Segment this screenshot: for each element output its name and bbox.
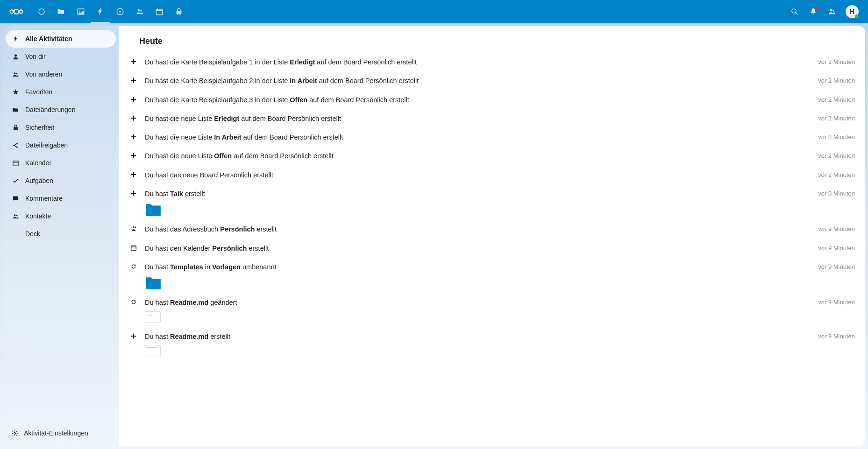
search-icon[interactable] (790, 7, 800, 17)
sidebar-item-label: Von dir (25, 53, 46, 60)
star-icon (11, 89, 20, 96)
share-icon (11, 142, 20, 149)
sidebar-item-kalender[interactable]: Kalender (6, 154, 116, 172)
sidebar-item-von-dir[interactable]: Von dir (6, 48, 116, 65)
plus-icon (129, 332, 138, 339)
activity-text: Du hast die Karte Beispielaufgabe 1 in d… (145, 57, 811, 67)
activity-row[interactable]: Du hast die Karte Beispielaufgabe 1 in d… (129, 53, 855, 71)
sidebar-item-label: Dateifreigaben (25, 141, 68, 149)
sidebar: Alle AktivitätenVon dirVon anderenFavori… (3, 26, 119, 446)
activity-time: vor 9 Minuten (818, 262, 855, 270)
sidebar-item-dateifreigaben[interactable]: Dateifreigaben (6, 136, 116, 154)
sync-icon (129, 262, 138, 270)
lock-icon (11, 124, 20, 131)
user-avatar[interactable]: H (846, 5, 859, 18)
sidebar-item-label: Kommentare (25, 195, 63, 202)
activity-row[interactable]: Du hast die Karte Beispielaufgabe 2 in d… (129, 71, 855, 90)
sidebar-item-alle-aktivitäten[interactable]: Alle Aktivitäten (6, 30, 116, 48)
sidebar-item-sicherheit[interactable]: Sicherheit (6, 119, 116, 136)
gear-icon (11, 430, 18, 437)
activity-time: vor 2 Minuten (818, 57, 855, 65)
plus-icon (129, 170, 138, 178)
activity-time: vor 9 Minuten (818, 244, 855, 252)
nav-dashboard[interactable] (32, 0, 51, 23)
activity-text: Du hast das neue Board Persönlich erstel… (145, 170, 811, 180)
activity-text: Du hast die neue Liste Erledigt auf dem … (145, 114, 811, 123)
activity-text: Du hast den Kalender Persönlich erstellt (145, 244, 811, 253)
calendar-icon (11, 160, 20, 167)
nextcloud-logo[interactable] (5, 6, 28, 17)
activity-row[interactable]: Du hast die neue Liste Offen auf dem Boa… (129, 147, 855, 165)
activity-time: vor 2 Minuten (818, 95, 855, 103)
nav-passwords[interactable] (169, 0, 189, 23)
activity-time: vor 9 Minuten (818, 224, 855, 232)
sidebar-item-aufgaben[interactable]: Aufgaben (6, 172, 116, 189)
file-thumb (145, 345, 161, 356)
activity-text: Du hast die neue Liste Offen auf dem Boa… (145, 151, 811, 161)
sidebar-item-deck[interactable]: Deck (6, 225, 116, 243)
activity-time: vor 9 Minuten (818, 332, 855, 340)
plus-icon (129, 76, 138, 84)
nav-activity[interactable] (91, 0, 110, 23)
sidebar-item-label: Sicherheit (25, 124, 54, 131)
nav-contacts[interactable] (130, 0, 149, 23)
sidebar-item-label: Alle Aktivitäten (25, 35, 72, 42)
folder-thumb (145, 202, 162, 215)
activity-row[interactable]: Du hast Readme.md erstelltvor 9 Minuten (129, 327, 855, 361)
activity-text: Du hast Readme.md erstellt (145, 332, 811, 356)
activity-row[interactable]: Du hast die neue Liste In Arbeit auf dem… (129, 128, 855, 147)
activity-row[interactable]: Du hast den Kalender Persönlich erstellt… (129, 239, 855, 258)
plus-icon (129, 114, 138, 121)
sidebar-item-label: Aufgaben (25, 177, 53, 184)
calendar-icon (129, 244, 138, 251)
activity-text: Du hast Readme.md geändert (145, 298, 811, 322)
contacts-menu-icon[interactable] (827, 7, 837, 17)
users-icon (11, 71, 20, 78)
file-thumb (145, 311, 161, 323)
sidebar-item-label: Dateiänderungen (25, 106, 75, 113)
plus-icon (129, 189, 138, 196)
user-icon (11, 53, 20, 60)
activity-time: vor 2 Minuten (818, 114, 855, 122)
sidebar-item-von-anderen[interactable]: Von anderen (6, 65, 116, 83)
bolt-icon (11, 35, 20, 42)
sidebar-item-label: Von anderen (25, 70, 62, 78)
activity-row[interactable]: Du hast das neue Board Persönlich erstel… (129, 166, 855, 184)
settings-label: Aktivität-Einstellungen (24, 429, 88, 437)
activity-row[interactable]: Du hast Talk erstelltvor 9 Minuten (129, 184, 855, 220)
nav-photos[interactable] (71, 0, 91, 23)
activity-text: Du hast die Karte Beispielaufgabe 3 in d… (145, 95, 811, 105)
nav-talk[interactable] (110, 0, 130, 23)
activity-text: Du hast Talk erstellt (145, 189, 811, 215)
comment-icon (11, 195, 20, 202)
sidebar-item-label: Deck (25, 230, 40, 238)
top-bar: H (0, 0, 868, 23)
activity-settings-link[interactable]: Aktivität-Einstellungen (6, 424, 116, 442)
plus-icon (129, 133, 138, 140)
folder-thumb (145, 275, 162, 288)
notifications-icon[interactable] (808, 7, 818, 17)
sidebar-item-kontakte[interactable]: Kontakte (6, 207, 116, 225)
activity-row[interactable]: Du hast die Karte Beispielaufgabe 3 in d… (129, 91, 855, 109)
sidebar-item-favoriten[interactable]: Favoriten (6, 83, 116, 101)
check-icon (11, 177, 20, 184)
sidebar-item-kommentare[interactable]: Kommentare (6, 189, 116, 207)
plus-icon (129, 151, 138, 159)
avatar-initial: H (850, 8, 854, 15)
activity-row[interactable]: Du hast die neue Liste Erledigt auf dem … (129, 109, 855, 128)
activity-text: Du hast das Adressbuch Persönlich erstel… (145, 224, 811, 234)
folder-icon (11, 106, 20, 113)
activity-row[interactable]: Du hast Readme.md geändertvor 9 Minuten (129, 293, 855, 327)
activity-row[interactable]: Du hast Templates in Vorlagen umbenanntv… (129, 258, 855, 293)
activity-row[interactable]: Du hast das Adressbuch Persönlich erstel… (129, 220, 855, 239)
activity-time: vor 9 Minuten (818, 298, 855, 306)
nav-calendar[interactable] (149, 0, 169, 23)
activity-time: vor 2 Minuten (818, 151, 855, 159)
sidebar-item-label: Favoriten (25, 88, 52, 96)
nav-files[interactable] (51, 0, 71, 23)
sidebar-item-label: Kontakte (25, 212, 51, 220)
activity-time: vor 2 Minuten (818, 76, 855, 84)
activity-time: vor 9 Minuten (818, 189, 855, 197)
sidebar-item-label: Kalender (25, 159, 51, 167)
sidebar-item-dateiänderungen[interactable]: Dateiänderungen (6, 101, 116, 119)
